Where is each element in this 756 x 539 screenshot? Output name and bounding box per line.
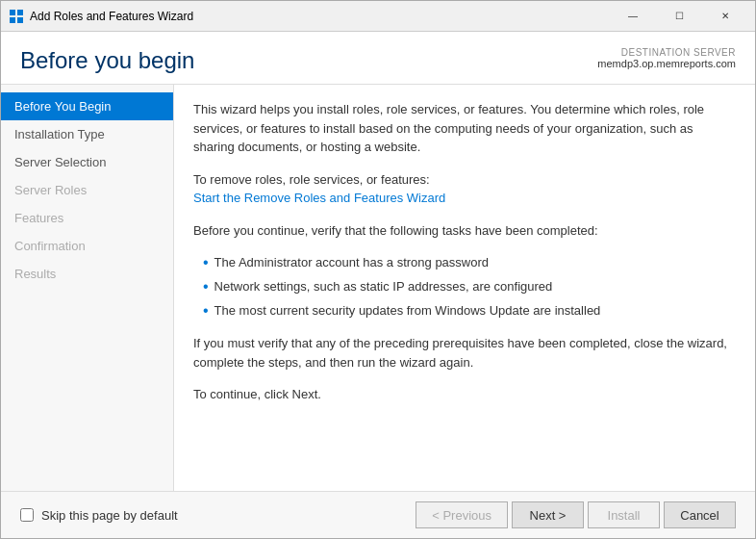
bullet-item: •Network settings, such as static IP add… — [203, 277, 732, 297]
footer: Skip this page by default < Previous Nex… — [1, 491, 755, 538]
bullet-text: Network settings, such as static IP addr… — [214, 277, 553, 296]
skip-label-text: Skip this page by default — [41, 508, 178, 523]
skip-checkbox-input[interactable] — [20, 508, 34, 522]
footer-buttons: < Previous Next > Install Cancel — [416, 501, 736, 528]
verify-para: Before you continue, verify that the fol… — [193, 221, 732, 241]
sidebar-item-results: Results — [1, 260, 173, 288]
header: Before you begin DESTINATION SERVER memd… — [1, 32, 755, 85]
sidebar-item-server-selection[interactable]: Server Selection — [1, 148, 173, 176]
bullet-dot: • — [203, 301, 209, 321]
cancel-button[interactable]: Cancel — [664, 501, 736, 528]
install-button[interactable]: Install — [588, 501, 660, 528]
bullet-text: The Administrator account has a strong p… — [214, 253, 489, 272]
bullet-dot: • — [203, 253, 209, 273]
window-controls: — ☐ ✕ — [611, 3, 747, 30]
sidebar-item-features: Features — [1, 204, 173, 232]
svg-rect-0 — [10, 10, 15, 15]
svg-rect-3 — [17, 17, 23, 23]
main-window: Add Roles and Features Wizard — ☐ ✕ Befo… — [0, 0, 756, 539]
close-button[interactable]: ✕ — [703, 3, 747, 30]
destination-server-info: DESTINATION SERVER memdp3.op.memreports.… — [597, 47, 736, 69]
bullet-text: The most current security updates from W… — [214, 301, 601, 321]
dest-server-label: DESTINATION SERVER — [597, 47, 736, 58]
maximize-button[interactable]: ☐ — [657, 3, 701, 30]
remove-para: To remove roles, role services, or featu… — [193, 170, 732, 208]
skip-checkbox-label[interactable]: Skip this page by default — [20, 508, 178, 523]
bullet-item: •The Administrator account has a strong … — [203, 253, 732, 273]
sidebar: Before You BeginInstallation TypeServer … — [1, 85, 174, 491]
bullet-dot: • — [203, 277, 209, 297]
sidebar-item-before-you-begin[interactable]: Before You Begin — [1, 92, 173, 120]
next-button[interactable]: Next > — [512, 501, 584, 528]
minimize-button[interactable]: — — [611, 3, 655, 30]
continue-para: To continue, click Next. — [193, 385, 732, 404]
remove-label: To remove roles, role services, or featu… — [193, 172, 430, 187]
content-body: This wizard helps you install roles, rol… — [193, 100, 732, 479]
sidebar-item-confirmation: Confirmation — [1, 232, 173, 260]
svg-rect-1 — [17, 10, 23, 15]
server-name: memdp3.op.memreports.com — [597, 58, 736, 69]
intro-paragraph: This wizard helps you install roles, rol… — [193, 100, 732, 157]
svg-rect-2 — [10, 17, 15, 23]
main-content: Before You BeginInstallation TypeServer … — [1, 85, 755, 491]
content-area: This wizard helps you install roles, rol… — [174, 85, 755, 491]
bullet-item: •The most current security updates from … — [203, 301, 732, 321]
window-title: Add Roles and Features Wizard — [30, 10, 611, 23]
sidebar-item-server-roles: Server Roles — [1, 176, 173, 204]
window-icon — [9, 9, 24, 24]
bullet-list: •The Administrator account has a strong … — [203, 253, 732, 321]
page-title: Before you begin — [20, 47, 194, 74]
remove-link[interactable]: Start the Remove Roles and Features Wiza… — [193, 191, 445, 205]
title-bar: Add Roles and Features Wizard — ☐ ✕ — [1, 1, 755, 32]
sidebar-item-installation-type[interactable]: Installation Type — [1, 120, 173, 148]
previous-button[interactable]: < Previous — [416, 501, 508, 528]
prereq-para: If you must verify that any of the prece… — [193, 334, 732, 372]
